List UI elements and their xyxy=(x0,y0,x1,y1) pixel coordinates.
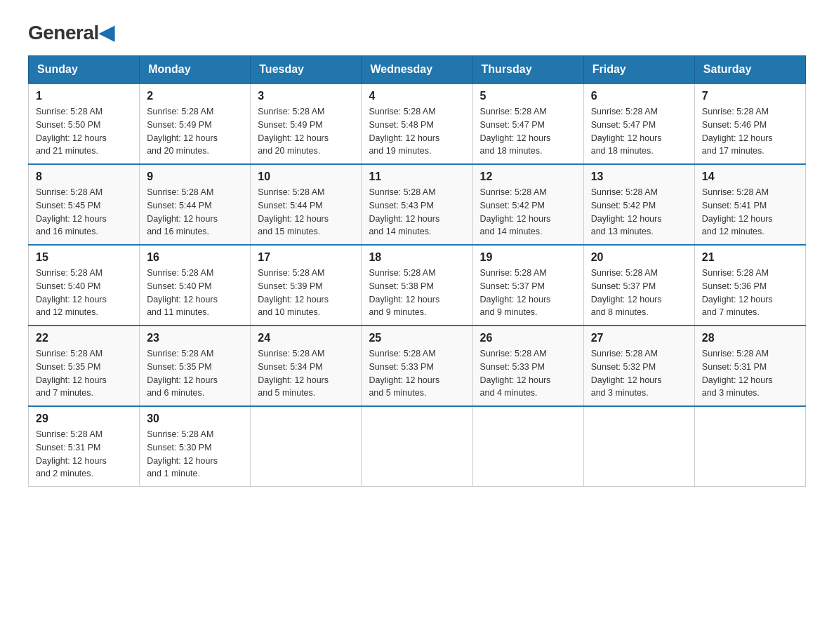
day-info: Sunrise: 5:28 AMSunset: 5:44 PMDaylight:… xyxy=(258,186,354,239)
calendar-header-tuesday: Tuesday xyxy=(251,56,362,84)
day-number: 12 xyxy=(480,170,576,183)
day-info: Sunrise: 5:28 AMSunset: 5:38 PMDaylight:… xyxy=(369,267,465,319)
day-number: 14 xyxy=(702,170,798,183)
calendar-header-saturday: Saturday xyxy=(694,56,805,84)
day-number: 15 xyxy=(36,251,132,264)
day-info: Sunrise: 5:28 AMSunset: 5:37 PMDaylight:… xyxy=(591,267,687,319)
calendar-cell: 6Sunrise: 5:28 AMSunset: 5:47 PMDaylight… xyxy=(583,83,694,164)
page-header: General◀ xyxy=(28,21,806,41)
day-number: 17 xyxy=(258,251,354,264)
calendar-table: SundayMondayTuesdayWednesdayThursdayFrid… xyxy=(28,55,806,487)
day-info: Sunrise: 5:28 AMSunset: 5:32 PMDaylight:… xyxy=(591,347,687,400)
day-info: Sunrise: 5:28 AMSunset: 5:31 PMDaylight:… xyxy=(702,347,798,400)
calendar-cell: 18Sunrise: 5:28 AMSunset: 5:38 PMDayligh… xyxy=(362,245,472,326)
day-number: 13 xyxy=(591,170,687,183)
day-info: Sunrise: 5:28 AMSunset: 5:48 PMDaylight:… xyxy=(369,105,465,158)
day-info: Sunrise: 5:28 AMSunset: 5:47 PMDaylight:… xyxy=(480,105,576,158)
calendar-cell: 23Sunrise: 5:28 AMSunset: 5:35 PMDayligh… xyxy=(140,326,251,406)
day-info: Sunrise: 5:28 AMSunset: 5:33 PMDaylight:… xyxy=(369,347,465,400)
calendar-cell: 2Sunrise: 5:28 AMSunset: 5:49 PMDaylight… xyxy=(140,83,251,164)
calendar-cell: 29Sunrise: 5:28 AMSunset: 5:31 PMDayligh… xyxy=(29,406,140,487)
calendar-week-row: 8Sunrise: 5:28 AMSunset: 5:45 PMDaylight… xyxy=(29,164,806,245)
logo-triangle-icon: ◀ xyxy=(99,22,114,43)
calendar-cell: 25Sunrise: 5:28 AMSunset: 5:33 PMDayligh… xyxy=(362,326,472,406)
day-number: 9 xyxy=(147,170,243,183)
day-info: Sunrise: 5:28 AMSunset: 5:35 PMDaylight:… xyxy=(147,347,243,400)
day-info: Sunrise: 5:28 AMSunset: 5:33 PMDaylight:… xyxy=(480,347,576,400)
calendar-cell: 26Sunrise: 5:28 AMSunset: 5:33 PMDayligh… xyxy=(472,326,583,406)
day-info: Sunrise: 5:28 AMSunset: 5:42 PMDaylight:… xyxy=(591,186,687,239)
calendar-cell: 24Sunrise: 5:28 AMSunset: 5:34 PMDayligh… xyxy=(251,326,362,406)
day-number: 1 xyxy=(36,90,132,102)
calendar-cell xyxy=(251,406,362,487)
calendar-cell xyxy=(362,406,472,487)
day-number: 30 xyxy=(147,412,243,425)
day-number: 19 xyxy=(480,251,576,264)
calendar-cell: 10Sunrise: 5:28 AMSunset: 5:44 PMDayligh… xyxy=(251,164,362,245)
calendar-cell: 15Sunrise: 5:28 AMSunset: 5:40 PMDayligh… xyxy=(29,245,140,326)
day-number: 20 xyxy=(591,251,687,264)
calendar-week-row: 1Sunrise: 5:28 AMSunset: 5:50 PMDaylight… xyxy=(29,83,806,164)
calendar-week-row: 15Sunrise: 5:28 AMSunset: 5:40 PMDayligh… xyxy=(29,245,806,326)
day-number: 22 xyxy=(36,332,132,344)
day-info: Sunrise: 5:28 AMSunset: 5:44 PMDaylight:… xyxy=(147,186,243,239)
day-number: 21 xyxy=(702,251,798,264)
day-info: Sunrise: 5:28 AMSunset: 5:42 PMDaylight:… xyxy=(480,186,576,239)
day-number: 10 xyxy=(258,170,354,183)
day-number: 18 xyxy=(369,251,465,264)
day-number: 29 xyxy=(36,412,132,425)
calendar-header-sunday: Sunday xyxy=(29,56,140,84)
calendar-cell: 14Sunrise: 5:28 AMSunset: 5:41 PMDayligh… xyxy=(694,164,805,245)
calendar-cell: 17Sunrise: 5:28 AMSunset: 5:39 PMDayligh… xyxy=(251,245,362,326)
day-info: Sunrise: 5:28 AMSunset: 5:45 PMDaylight:… xyxy=(36,186,132,239)
day-info: Sunrise: 5:28 AMSunset: 5:37 PMDaylight:… xyxy=(480,267,576,319)
day-number: 8 xyxy=(36,170,132,183)
calendar-header-thursday: Thursday xyxy=(472,56,583,84)
calendar-week-row: 29Sunrise: 5:28 AMSunset: 5:31 PMDayligh… xyxy=(29,406,806,487)
calendar-cell: 3Sunrise: 5:28 AMSunset: 5:49 PMDaylight… xyxy=(251,83,362,164)
day-number: 2 xyxy=(147,90,243,102)
calendar-cell: 22Sunrise: 5:28 AMSunset: 5:35 PMDayligh… xyxy=(29,326,140,406)
calendar-cell: 16Sunrise: 5:28 AMSunset: 5:40 PMDayligh… xyxy=(140,245,251,326)
logo-top: General◀ xyxy=(28,21,114,44)
day-info: Sunrise: 5:28 AMSunset: 5:41 PMDaylight:… xyxy=(702,186,798,239)
day-info: Sunrise: 5:28 AMSunset: 5:40 PMDaylight:… xyxy=(36,267,132,319)
day-info: Sunrise: 5:28 AMSunset: 5:49 PMDaylight:… xyxy=(258,105,354,158)
day-info: Sunrise: 5:28 AMSunset: 5:40 PMDaylight:… xyxy=(147,267,243,319)
calendar-header-friday: Friday xyxy=(583,56,694,84)
day-number: 6 xyxy=(591,90,687,102)
day-info: Sunrise: 5:28 AMSunset: 5:30 PMDaylight:… xyxy=(147,428,243,481)
day-number: 26 xyxy=(480,332,576,344)
day-info: Sunrise: 5:28 AMSunset: 5:50 PMDaylight:… xyxy=(36,105,132,158)
calendar-cell xyxy=(694,406,805,487)
calendar-cell: 4Sunrise: 5:28 AMSunset: 5:48 PMDaylight… xyxy=(362,83,472,164)
calendar-week-row: 22Sunrise: 5:28 AMSunset: 5:35 PMDayligh… xyxy=(29,326,806,406)
calendar-cell: 1Sunrise: 5:28 AMSunset: 5:50 PMDaylight… xyxy=(29,83,140,164)
day-number: 16 xyxy=(147,251,243,264)
day-number: 27 xyxy=(591,332,687,344)
day-number: 25 xyxy=(369,332,465,344)
calendar-cell: 5Sunrise: 5:28 AMSunset: 5:47 PMDaylight… xyxy=(472,83,583,164)
day-info: Sunrise: 5:28 AMSunset: 5:43 PMDaylight:… xyxy=(369,186,465,239)
day-number: 23 xyxy=(147,332,243,344)
day-info: Sunrise: 5:28 AMSunset: 5:46 PMDaylight:… xyxy=(702,105,798,158)
day-info: Sunrise: 5:28 AMSunset: 5:34 PMDaylight:… xyxy=(258,347,354,400)
calendar-header-row: SundayMondayTuesdayWednesdayThursdayFrid… xyxy=(29,56,806,84)
calendar-cell: 13Sunrise: 5:28 AMSunset: 5:42 PMDayligh… xyxy=(583,164,694,245)
calendar-cell: 11Sunrise: 5:28 AMSunset: 5:43 PMDayligh… xyxy=(362,164,472,245)
day-info: Sunrise: 5:28 AMSunset: 5:31 PMDaylight:… xyxy=(36,428,132,481)
day-number: 7 xyxy=(702,90,798,102)
calendar-cell: 9Sunrise: 5:28 AMSunset: 5:44 PMDaylight… xyxy=(140,164,251,245)
day-number: 28 xyxy=(702,332,798,344)
calendar-header-wednesday: Wednesday xyxy=(362,56,472,84)
calendar-cell: 27Sunrise: 5:28 AMSunset: 5:32 PMDayligh… xyxy=(583,326,694,406)
day-number: 24 xyxy=(258,332,354,344)
logo: General◀ xyxy=(28,21,114,41)
calendar-cell: 7Sunrise: 5:28 AMSunset: 5:46 PMDaylight… xyxy=(694,83,805,164)
calendar-cell: 19Sunrise: 5:28 AMSunset: 5:37 PMDayligh… xyxy=(472,245,583,326)
calendar-cell xyxy=(472,406,583,487)
calendar-cell: 12Sunrise: 5:28 AMSunset: 5:42 PMDayligh… xyxy=(472,164,583,245)
calendar-cell: 20Sunrise: 5:28 AMSunset: 5:37 PMDayligh… xyxy=(583,245,694,326)
day-number: 4 xyxy=(369,90,465,102)
calendar-cell: 21Sunrise: 5:28 AMSunset: 5:36 PMDayligh… xyxy=(694,245,805,326)
